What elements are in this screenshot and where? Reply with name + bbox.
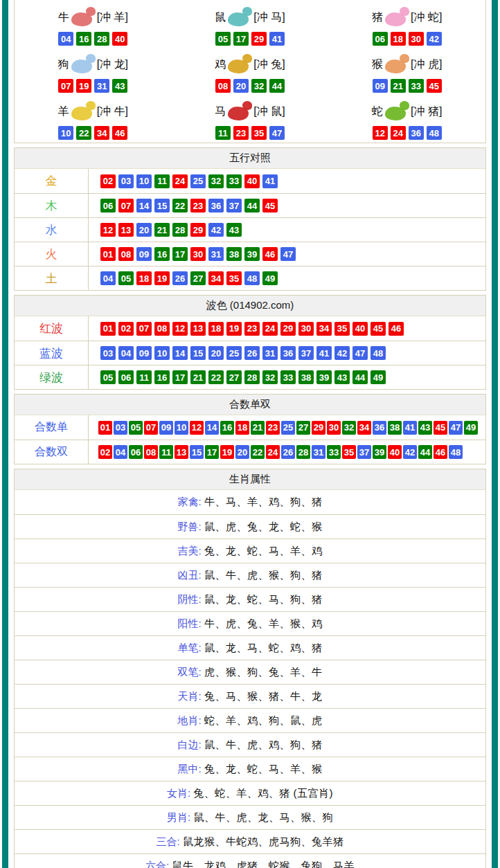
number-chip: 09	[136, 247, 152, 261]
number-chip: 35	[342, 445, 356, 459]
number-chip: 44	[244, 199, 260, 213]
number-chip: 25	[281, 421, 295, 435]
table-row: 红波0102070812131819232429303435404546	[15, 316, 485, 341]
number-chip: 43	[418, 421, 432, 435]
number-chip: 23	[244, 322, 260, 336]
number-chip: 47	[449, 421, 463, 435]
number-chip: 17	[172, 370, 188, 384]
five-elements-title: 五行对照	[15, 148, 485, 169]
number-chip: 04	[118, 346, 134, 360]
attribute-label: 三合:	[157, 835, 183, 849]
number-chip: 07	[144, 421, 158, 435]
number-chip: 44	[418, 445, 432, 459]
number-chip: 18	[391, 32, 406, 46]
number-chip: 32	[251, 79, 267, 93]
number-chip: 22	[76, 126, 91, 140]
number-chip: 16	[154, 247, 170, 261]
attribute-value: 鼠、牛、虎、猴、狗、猪	[204, 569, 323, 582]
number-chip: 23	[190, 199, 206, 213]
attribute-row: 阴性: 鼠、龙、蛇、马、狗、猪	[15, 587, 485, 611]
number-chip: 40	[244, 174, 260, 188]
number-chip: 39	[316, 370, 332, 384]
zodiac-cell: 羊[冲 牛]10223446	[15, 95, 172, 142]
attribute-label: 家禽:	[178, 496, 204, 509]
number-chip: 49	[262, 271, 278, 285]
zodiac-name: 猪	[372, 10, 383, 25]
number-chip: 21	[251, 421, 265, 435]
attribute-label: 单笔:	[178, 642, 204, 655]
number-chip: 24	[172, 174, 188, 188]
number-chip: 40	[112, 32, 127, 46]
table-row: 合数双0204060811131517192022242628313335373…	[15, 440, 485, 464]
number-chip: 31	[262, 346, 278, 360]
zodiac-name: 蛇	[372, 105, 383, 119]
attribute-value: 鼠、龙、马、蛇、鸡、猪	[204, 642, 323, 655]
number-chip: 45	[262, 199, 278, 213]
number-chip: 19	[226, 322, 242, 336]
number-chip: 16	[220, 421, 234, 435]
number-chip: 31	[208, 247, 224, 261]
number-chip: 23	[266, 421, 280, 435]
number-chip: 33	[226, 174, 242, 188]
number-chip: 22	[251, 445, 265, 459]
attribute-row: 吉美: 兔、龙、蛇、马、羊、鸡	[15, 539, 485, 563]
number-chip: 41	[403, 421, 417, 435]
number-chip: 15	[190, 346, 206, 360]
attribute-value: 鼠、虎、兔、龙、蛇、猴	[204, 521, 323, 534]
number-chip: 49	[370, 370, 386, 384]
zodiac-clash-label: [冲 鼠]	[253, 105, 285, 119]
zodiac-numbers: 06183042	[373, 32, 442, 46]
attribute-row: 单笔: 鼠、龙、马、蛇、鸡、猪	[15, 635, 485, 660]
number-chip: 12	[373, 126, 388, 140]
number-chip: 07	[136, 322, 152, 336]
zodiac-clash-label: [冲 猪]	[411, 105, 442, 119]
table-row: 木06071415222336374445	[15, 193, 485, 217]
animal-icon-head	[86, 101, 96, 110]
number-chip: 13	[175, 445, 188, 459]
attribute-value: 牛、马、羊、鸡、狗、猪	[204, 496, 323, 509]
zodiac-name: 狗	[58, 57, 69, 72]
number-chip: 22	[208, 370, 224, 384]
number-chip: 08	[118, 247, 134, 261]
goat-icon	[70, 100, 96, 123]
row-label: 火	[15, 242, 88, 266]
number-chip: 10	[154, 346, 170, 360]
number-chip: 33	[280, 370, 296, 384]
attribute-row: 六合: 鼠牛、龙鸡、虎猪、蛇猴、兔狗、马羊	[15, 853, 485, 868]
animal-icon-head	[400, 101, 409, 110]
number-chip: 26	[172, 271, 188, 285]
number-chip: 21	[190, 370, 206, 384]
dog-icon	[70, 53, 96, 75]
number-chip: 14	[172, 346, 188, 360]
row-numbers: 0102070812131819232429303435404546	[88, 316, 485, 341]
number-chip: 21	[154, 223, 170, 237]
zodiac-clash-label: [冲 马]	[253, 10, 285, 25]
number-chip: 24	[266, 445, 280, 459]
number-chip: 20	[136, 223, 152, 237]
number-chip: 08	[215, 79, 231, 93]
pig-icon	[384, 6, 410, 28]
number-chip: 10	[136, 174, 152, 188]
row-label: 金	[15, 169, 88, 193]
number-chip: 16	[154, 370, 170, 384]
number-chip: 22	[172, 199, 188, 213]
number-chip: 36	[409, 126, 424, 140]
number-chip: 04	[58, 32, 73, 46]
attribute-label: 六合:	[145, 860, 172, 868]
row-label: 合数单	[15, 415, 88, 440]
number-chip: 35	[226, 271, 242, 285]
row-numbers: 1213202128294243	[88, 218, 485, 242]
number-chip: 47	[269, 126, 285, 140]
number-chip: 42	[427, 32, 442, 46]
number-chip: 32	[208, 174, 224, 188]
zodiac-name-row: 鼠[冲 马]	[215, 3, 285, 32]
zodiac-numbers: 12243648	[373, 126, 442, 140]
table-row: 蓝波03040910141520252631363741424748	[15, 341, 485, 365]
zodiac-clash-label: [冲 虎]	[411, 57, 442, 72]
zodiac-clash-section: 牛[冲 羊]04162840鼠[冲 马]05172941猪[冲 蛇]061830…	[14, 0, 486, 143]
number-chip: 35	[251, 126, 267, 140]
number-chip: 11	[154, 174, 170, 188]
zodiac-cell: 猴[冲 虎]09213345	[328, 48, 485, 95]
page: 牛[冲 羊]04162840鼠[冲 马]05172941猪[冲 蛇]061830…	[0, 0, 500, 868]
zodiac-name-row: 牛[冲 羊]	[58, 3, 128, 32]
